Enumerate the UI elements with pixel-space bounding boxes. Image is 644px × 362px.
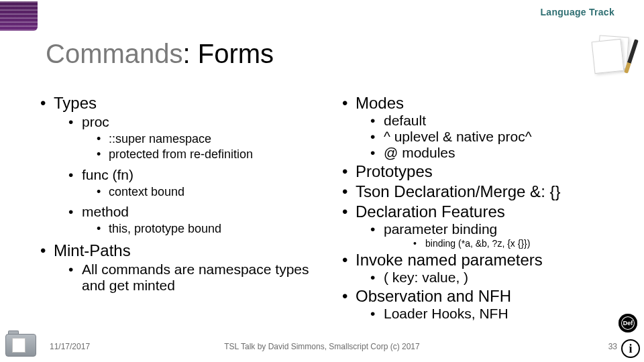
tson-heading: Tson Declaration/Merge &: {}	[342, 182, 631, 201]
proc-sub-1: ::super namespace	[97, 131, 335, 147]
proc-sub-2: protected from re-definition	[97, 147, 335, 162]
page-title: Commands: Forms	[46, 39, 274, 69]
invoke-item: ( key: value, )	[370, 269, 631, 286]
def-badge-icon: Def	[619, 314, 637, 333]
title-dark: Forms	[198, 39, 274, 68]
modes-default: default	[370, 113, 631, 129]
method-sub-1: this, prototype bound	[97, 221, 335, 237]
prototypes-heading: Prototypes	[342, 162, 631, 181]
modes-uplevel: ^ uplevel & native proc^	[370, 129, 631, 145]
types-func: func (fn) context bound	[68, 167, 335, 200]
observation-item: Loader Hooks, NFH	[370, 306, 631, 322]
track-label: Language Track	[540, 7, 614, 17]
binding-detail: binding (*a, &b, ?z, {x {}})	[413, 237, 631, 249]
page-number: 33	[608, 342, 617, 351]
invoke-heading: Invoke named parameters ( key: value, )	[342, 251, 631, 286]
types-method: method this, prototype bound	[68, 204, 335, 237]
corner-logo	[0, 1, 38, 31]
mintpaths-item: All commands are namespace types and get…	[68, 261, 335, 294]
footer-attribution: TSL Talk by David Simmons, Smallscript C…	[0, 342, 644, 351]
info-icon: i	[621, 339, 640, 358]
declaration-features-heading: Declaration Features parameter binding b…	[342, 202, 631, 249]
observation-heading: Observation and NFH Loader Hooks, NFH	[342, 287, 631, 322]
types-proc: proc ::super namespace protected from re…	[68, 114, 335, 163]
func-sub-1: context bound	[97, 184, 335, 200]
types-heading: Types proc ::super namespace protected f…	[40, 94, 335, 237]
title-sep: :	[183, 39, 198, 68]
param-binding: parameter binding binding (*a, &b, ?z, {…	[370, 221, 631, 249]
mintpaths-heading: Mint-Paths All commands are namespace ty…	[40, 241, 335, 294]
modes-heading: Modes default ^ uplevel & native proc^ @…	[342, 94, 631, 161]
modes-modules: @ modules	[370, 145, 631, 161]
title-light: Commands	[46, 39, 183, 68]
paper-pen-icon	[590, 36, 637, 75]
